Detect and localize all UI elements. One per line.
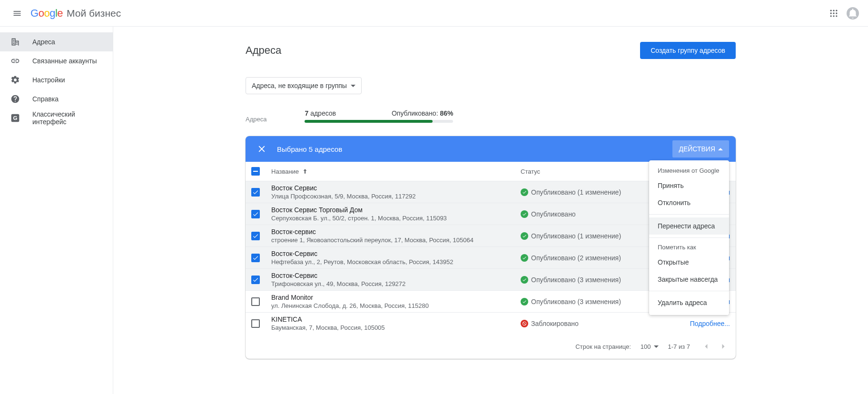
row-name[interactable]: Восток Сервис Торговый ДомСерпуховская Б…: [271, 206, 521, 222]
row-checkbox[interactable]: [251, 297, 260, 306]
row-status: Опубликовано (1 изменение): [521, 188, 644, 196]
sort-asc-icon: [302, 168, 308, 175]
create-group-button[interactable]: Создать группу адресов: [640, 42, 736, 59]
actions-menu: Изменения от Google Принять Отклонить Пе…: [649, 160, 729, 315]
svg-point-6: [830, 15, 832, 17]
menu-move[interactable]: Перенести адреса: [649, 217, 729, 235]
menu-delete[interactable]: Удалить адреса: [649, 294, 729, 311]
published-pct: Опубликовано: 86%: [392, 109, 453, 117]
select-all-checkbox[interactable]: [251, 167, 260, 176]
sidebar: Адреса Связанные аккаунты Настройки Спра…: [0, 27, 113, 394]
menu-separator: [649, 291, 729, 291]
row-status: Опубликовано: [521, 210, 644, 218]
sidebar-item-linked[interactable]: Связанные аккаунты: [0, 51, 113, 70]
row-checkbox[interactable]: [251, 210, 260, 218]
row-name[interactable]: Восток-СервисНефтебаза ул., 2, Реутов, М…: [271, 250, 521, 266]
selection-bar: Выбрано 5 адресов ДЕЙСТВИЯ Изменения от …: [246, 136, 736, 162]
product-name: Мой бизнес: [67, 8, 121, 19]
rows-per-page-label: Строк на странице:: [575, 343, 631, 350]
hamburger-icon[interactable]: [6, 2, 29, 25]
page-range: 1-7 из 7: [668, 343, 690, 350]
menu-separator: [649, 214, 729, 215]
logo[interactable]: Google Мой бизнес: [30, 7, 121, 20]
published-icon: [521, 210, 528, 218]
published-icon: [521, 188, 528, 196]
row-checkbox[interactable]: [251, 319, 260, 328]
gear-icon: [10, 75, 20, 85]
row-link[interactable]: Подробнее...: [644, 320, 730, 327]
row-status: Опубликовано (2 изменения): [521, 254, 644, 262]
published-icon: [521, 254, 528, 262]
row-checkbox[interactable]: [251, 276, 260, 284]
group-filter-dropdown[interactable]: Адреса, не входящие в группы: [246, 77, 362, 94]
row-status: Опубликовано (3 изменения): [521, 276, 644, 284]
row-checkbox[interactable]: [251, 188, 260, 197]
svg-text:G: G: [13, 115, 17, 121]
sidebar-item-label: Связанные аккаунты: [32, 57, 97, 65]
menu-section-markas: Пометить как: [649, 241, 729, 254]
link-icon: [10, 56, 20, 66]
prev-page-button[interactable]: [700, 340, 713, 353]
stats-section-label: Адреса: [246, 116, 266, 123]
selection-count-label: Выбрано 5 адресов: [277, 145, 342, 153]
sidebar-item-label: Классический интерфейс: [32, 110, 102, 126]
locations-card: Выбрано 5 адресов ДЕЙСТВИЯ Изменения от …: [246, 136, 736, 359]
menu-separator: [649, 237, 729, 238]
published-icon: [521, 276, 528, 284]
sidebar-item-label: Адреса: [32, 38, 55, 46]
location-count: 7 адресов: [305, 109, 336, 117]
next-page-button[interactable]: [717, 340, 730, 353]
published-icon: [521, 232, 528, 240]
row-status: Опубликовано (3 изменения): [521, 298, 644, 305]
table-row: KINETICAБауманская, 7, Москва, Россия, 1…: [246, 312, 736, 334]
sidebar-item-label: Справка: [32, 95, 59, 103]
column-status: Статус: [521, 168, 644, 175]
row-status: Опубликовано (1 изменение): [521, 232, 644, 240]
svg-point-3: [830, 12, 832, 14]
row-status: Заблокировано: [521, 320, 644, 327]
svg-point-8: [836, 15, 837, 17]
chevron-down-icon: [351, 85, 355, 87]
menu-reject[interactable]: Отклонить: [649, 194, 729, 211]
menu-open[interactable]: Открытые: [649, 254, 729, 271]
chevron-up-icon: [718, 148, 723, 150]
column-name[interactable]: Название: [271, 168, 521, 175]
progress-bar: [305, 120, 453, 123]
svg-point-1: [833, 10, 834, 11]
close-icon[interactable]: [252, 144, 271, 154]
actions-button[interactable]: ДЕЙСТВИЯ: [672, 140, 729, 158]
notifications-icon[interactable]: [843, 4, 862, 23]
menu-section-google-changes: Изменения от Google: [649, 164, 729, 177]
menu-accept[interactable]: Принять: [649, 177, 729, 194]
sidebar-item-label: Настройки: [32, 76, 65, 84]
app-header: Google Мой бизнес: [0, 0, 868, 27]
blocked-icon: [521, 320, 528, 327]
rows-per-page-select[interactable]: 100: [641, 343, 659, 350]
row-name[interactable]: Восток СервисУлица Профсоюзная, 5/9, Мос…: [271, 184, 521, 200]
dropdown-label: Адреса, не входящие в группы: [252, 82, 347, 89]
row-name[interactable]: Восток-СервисТрифоновская ул., 49, Москв…: [271, 272, 521, 287]
menu-closed[interactable]: Закрытые навсегда: [649, 271, 729, 288]
sidebar-item-help[interactable]: Справка: [0, 89, 113, 108]
svg-point-4: [833, 12, 834, 14]
apps-icon[interactable]: [824, 4, 843, 23]
sidebar-item-locations[interactable]: Адреса: [0, 32, 113, 51]
paginator: Строк на странице: 100 1-7 из 7: [246, 334, 736, 359]
classic-g-icon: G: [10, 113, 20, 123]
google-logo: Google: [30, 7, 63, 20]
chevron-down-icon: [654, 345, 659, 348]
sidebar-item-classic[interactable]: G Классический интерфейс: [0, 108, 113, 128]
help-icon: [10, 94, 20, 104]
row-name[interactable]: KINETICAБауманская, 7, Москва, Россия, 1…: [271, 315, 521, 331]
row-name[interactable]: Восток-сервисстроение 1, Яковоапостольск…: [271, 228, 521, 244]
row-name[interactable]: Brand Monitorул. Ленинская Слобода, д. 2…: [271, 294, 521, 309]
published-icon: [521, 298, 528, 305]
svg-point-2: [836, 10, 837, 11]
sidebar-item-settings[interactable]: Настройки: [0, 70, 113, 89]
row-checkbox[interactable]: [251, 254, 260, 262]
row-checkbox[interactable]: [251, 232, 260, 240]
page-title: Адреса: [246, 44, 281, 57]
svg-point-7: [833, 15, 834, 17]
svg-point-0: [830, 10, 832, 11]
building-icon: [10, 37, 20, 47]
